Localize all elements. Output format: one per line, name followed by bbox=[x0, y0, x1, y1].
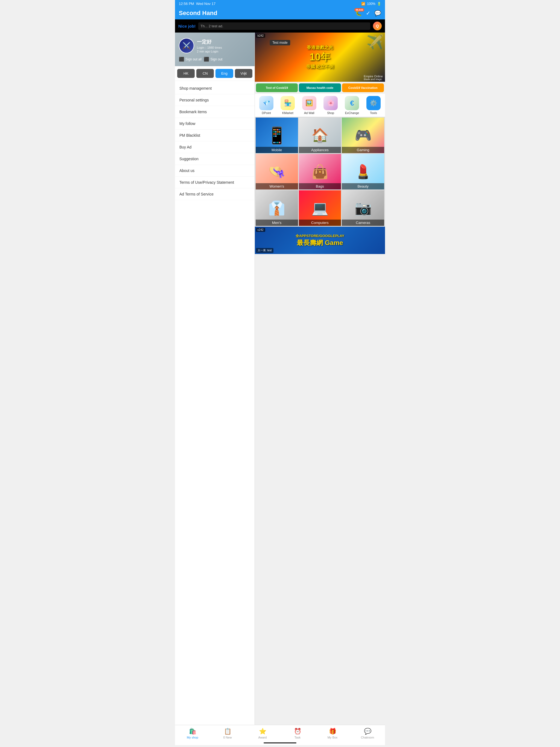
avatar-image: ⚔️ bbox=[182, 42, 190, 50]
ad-highlight: Nice job! bbox=[178, 24, 196, 28]
lang-hk-button[interactable]: HK bbox=[177, 69, 195, 78]
check-icon[interactable]: ✓ bbox=[366, 10, 371, 17]
shop-label: Shop bbox=[327, 111, 334, 114]
category-beauty[interactable]: 💄 Beauty bbox=[342, 154, 384, 189]
sign-out-all-button[interactable]: ⬛ Sign out all bbox=[179, 57, 202, 62]
avatar: ⚔️ bbox=[179, 38, 194, 53]
womens-label: Women's bbox=[256, 183, 298, 189]
category-bags[interactable]: 👜 Bags bbox=[299, 154, 341, 189]
chatroom-icon: 💬 bbox=[364, 728, 371, 735]
menu-item-ad-terms[interactable]: Ad Terms of Service bbox=[175, 188, 255, 200]
ad-search-input[interactable] bbox=[198, 22, 370, 30]
computers-label: Computers bbox=[299, 220, 341, 226]
gaming-label: Gaming bbox=[342, 147, 384, 153]
category-computers[interactable]: 💻 Computers bbox=[299, 190, 341, 226]
tab-new[interactable]: 📋 0 New bbox=[210, 725, 245, 741]
app-header: Second Hand 🐛 98,643 ✓ 💬 bbox=[175, 7, 385, 19]
app-icons-row: 💎 DPoint 🏪 KMarket 🖼️ Ad Wall 🌸 bbox=[255, 94, 385, 117]
category-mobile[interactable]: 📱 Mobile bbox=[256, 118, 298, 153]
macau-health-button[interactable]: Macau health code bbox=[299, 83, 341, 92]
category-mens[interactable]: 👔 Men's bbox=[256, 190, 298, 226]
beauty-label: Beauty bbox=[342, 183, 384, 189]
hero-character-icon: ✈️ bbox=[366, 34, 383, 50]
lang-eng-button[interactable]: Eng bbox=[215, 69, 233, 78]
header-icons: 🐛 98,643 ✓ 💬 bbox=[355, 10, 381, 17]
award-icon: ⭐ bbox=[259, 728, 266, 735]
dpoint-emoji: 💎 bbox=[263, 100, 270, 107]
mens-label: Men's bbox=[256, 220, 298, 226]
bug-icon[interactable]: 🐛 98,643 bbox=[355, 10, 362, 17]
app-icon-kmarket[interactable]: 🏪 KMarket bbox=[277, 96, 298, 114]
app-icon-shop[interactable]: 🌸 Shop bbox=[320, 96, 341, 114]
wifi-icon: 📶 bbox=[361, 2, 365, 6]
menu-list: Shop management Personal settings Bookma… bbox=[175, 81, 255, 202]
exchange-label: ExChange bbox=[345, 111, 359, 114]
tab-award[interactable]: ⭐ Award bbox=[245, 725, 280, 741]
tab-my-shop[interactable]: 🛍️ My shop bbox=[175, 725, 210, 741]
menu-item-pm-blacklist[interactable]: PM Blacklist bbox=[175, 130, 255, 141]
exchange-icon-box: € bbox=[345, 96, 359, 110]
menu-item-suggestion[interactable]: Suggestion bbox=[175, 153, 255, 165]
sign-out-icon: ⬛ bbox=[204, 57, 209, 62]
tab-my-box[interactable]: 🎁 My Box bbox=[315, 725, 350, 741]
app-icon-dpoint[interactable]: 💎 DPoint bbox=[256, 96, 277, 114]
category-womens[interactable]: 👒 Women's bbox=[256, 154, 298, 189]
my-box-label: My Box bbox=[328, 736, 338, 739]
notification-badge: 98,643 bbox=[354, 8, 364, 11]
menu-item-shop-management[interactable]: Shop management bbox=[175, 83, 255, 94]
cameras-label: Cameras bbox=[342, 220, 384, 226]
exchange-emoji: € bbox=[350, 99, 354, 107]
lang-viet-button[interactable]: Việt bbox=[235, 69, 252, 78]
app-icon-adwall[interactable]: 🖼️ Ad Wall bbox=[299, 96, 320, 114]
new-icon: 📋 bbox=[224, 728, 231, 735]
ad-logo-icon: Q bbox=[373, 22, 382, 30]
tab-task[interactable]: ⏰ Task bbox=[280, 725, 315, 741]
status-time: 12:56 PM Wed Nov 17 bbox=[179, 2, 215, 6]
covid-vaccination-button[interactable]: Covid19 Vaccination bbox=[342, 83, 384, 92]
kmarket-icon-box: 🏪 bbox=[281, 96, 295, 110]
category-gaming[interactable]: 🎮 Gaming bbox=[342, 118, 384, 153]
shop-icon-box: 🌸 bbox=[324, 96, 338, 110]
home-indicator bbox=[175, 741, 385, 745]
tab-chatroom[interactable]: 💬 Chatroom bbox=[350, 725, 385, 741]
bottom-ad-text: 全APPSTORE/GOOGLEPLAY 最長壽網 Game bbox=[296, 233, 344, 247]
dpoint-label: DPoint bbox=[262, 111, 271, 114]
bags-label: Bags bbox=[299, 183, 341, 189]
category-cameras[interactable]: 📷 Cameras bbox=[342, 190, 384, 226]
mobile-label: Mobile bbox=[256, 147, 298, 153]
adwall-emoji: 🖼️ bbox=[305, 100, 313, 107]
hero-banner-content: 香港遊戲之光 10年 帝國 屹立不倒 bbox=[306, 45, 334, 70]
sign-out-button[interactable]: ⬛ Sign out bbox=[204, 57, 222, 62]
dpoint-icon-box: 💎 bbox=[259, 96, 274, 110]
language-selector: HK CN Eng Việt bbox=[175, 66, 255, 81]
right-content: b242 香港遊戲之光 10年 帝國 屹立不倒 Empire Online Bl… bbox=[255, 32, 385, 725]
app-icon-tools[interactable]: ⚙️ Tools bbox=[363, 96, 384, 114]
menu-item-terms[interactable]: Terms of Use/Privacy Statement bbox=[175, 177, 255, 188]
bottom-ad-banner[interactable]: c242 全APPSTORE/GOOGLEPLAY 最長壽網 Game 大一果:… bbox=[255, 227, 385, 254]
lang-cn-button[interactable]: CN bbox=[196, 69, 214, 78]
award-label: Award bbox=[258, 736, 267, 739]
home-bar bbox=[263, 742, 297, 743]
menu-item-about-us[interactable]: About us bbox=[175, 165, 255, 177]
adwall-label: Ad Wall bbox=[304, 111, 314, 114]
status-indicators: 📶 100% 🔋 bbox=[361, 2, 381, 6]
covid-test-button[interactable]: Test of Covid19 bbox=[256, 83, 298, 92]
tools-icon-box: ⚙️ bbox=[366, 96, 381, 110]
tab-bar: 🛍️ My shop 📋 0 New ⭐ Award ⏰ Task 🎁 My B… bbox=[175, 725, 385, 741]
chatroom-label: Chatroom bbox=[361, 736, 374, 739]
chat-icon[interactable]: 💬 bbox=[374, 10, 381, 17]
my-shop-label: My shop bbox=[187, 736, 198, 739]
menu-item-personal-settings[interactable]: Personal settings bbox=[175, 94, 255, 106]
my-shop-icon: 🛍️ bbox=[189, 728, 196, 735]
my-box-icon: 🎁 bbox=[329, 728, 336, 735]
bottom-ad-content: 全APPSTORE/GOOGLEPLAY 最長壽網 Game bbox=[296, 233, 344, 247]
app-icon-exchange[interactable]: € ExChange bbox=[341, 96, 362, 114]
shop-emoji: 🌸 bbox=[327, 100, 334, 107]
menu-item-my-follow[interactable]: My follow bbox=[175, 118, 255, 130]
menu-item-bookmark-items[interactable]: Bookmark items bbox=[175, 106, 255, 118]
sign-out-all-icon: ⬛ bbox=[179, 57, 184, 62]
appliances-label: Appliances bbox=[299, 147, 341, 153]
category-grid: 📱 Mobile 🏠 Appliances 🎮 Gaming bbox=[255, 117, 385, 227]
category-appliances[interactable]: 🏠 Appliances bbox=[299, 118, 341, 153]
menu-item-buy-ad[interactable]: Buy Ad bbox=[175, 141, 255, 153]
